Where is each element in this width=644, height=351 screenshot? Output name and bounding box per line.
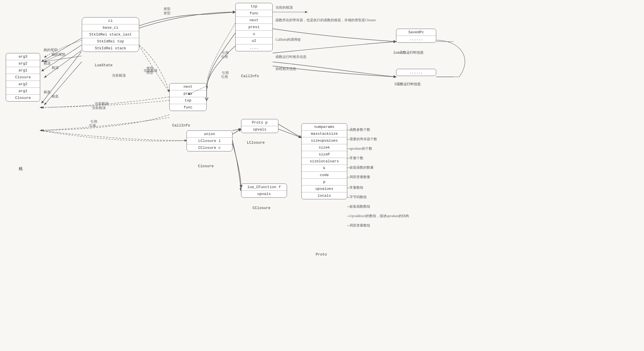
stack-field-arg2a: arg2	[6, 60, 40, 67]
svg-text:类型: 类型	[164, 7, 170, 11]
svg-text:类型: 类型	[146, 66, 153, 70]
ann-sizeupvalues: upvalues的个数	[350, 146, 372, 151]
proto-sizek: sizek	[302, 144, 347, 151]
svg-text:当前栈顶: 当前栈顶	[95, 102, 108, 106]
label-type2: 类型	[146, 70, 153, 75]
ann-maxstacksize: 需要的寄存器个数	[350, 137, 377, 142]
closure-union: union	[187, 131, 232, 138]
lua-runtime-box: SavedPc ......	[396, 29, 436, 43]
cclosure-func: lua_CFunction f	[241, 184, 287, 191]
lua-runtime-label: lua函数运行时信息	[393, 50, 424, 55]
closure-label: Closure	[198, 164, 214, 168]
ann-sizelocalvars: 局部变量数量	[350, 175, 370, 180]
ann-func-run: 函数运行时相关信息	[276, 54, 307, 59]
label-type1: 类型	[164, 11, 170, 16]
luastate-ci: ci	[82, 17, 139, 24]
callinfo-main-previ: previ	[236, 24, 272, 31]
svg-text:引用: 引用	[222, 71, 229, 75]
diagram: arg3 arg2 arg1 Closure arg2 arg1 Closure…	[0, 0, 644, 351]
label-current-top2: 当前栈顶	[92, 106, 106, 110]
ann-code: 字节码数组	[350, 195, 367, 200]
stack-field-closure1: Closure	[6, 74, 40, 81]
stack-field-closure2: Closure	[6, 95, 40, 101]
closure-box: union LClosure l CClosure c	[187, 130, 232, 151]
c-runtime-dots: ......	[396, 69, 436, 76]
cclosure-upvals: upvals	[241, 191, 287, 197]
svg-line-9	[42, 45, 82, 71]
svg-text:栈的尾部: 栈的尾部	[43, 48, 57, 52]
callinfo-cur-next: next	[170, 83, 206, 90]
callinfo-cur-func: func	[170, 104, 206, 111]
ann-upvalues: Upvaldescd的数组，描述upvalues的结构	[350, 214, 409, 219]
ann-sizep: 嵌套函数的数量	[350, 165, 374, 170]
proto-maxstacksize: maxstacksize	[302, 130, 347, 137]
stack-field-arg1a: arg1	[6, 67, 40, 74]
stack-field-arg1b: arg1	[6, 88, 40, 95]
lua-runtime-savedpc: SavedPc	[396, 29, 436, 36]
svg-text:栈底: 栈底	[43, 90, 51, 94]
callinfo-current-box: next prev top func	[169, 83, 207, 111]
ann-current-top: 当前的栈顶	[276, 5, 293, 10]
proto-sizeupvalues: sizeupvalues	[302, 137, 347, 144]
label-stack-bottom: 栈底	[52, 94, 59, 99]
lclosure-proto: Proto p	[241, 119, 278, 126]
closure-lclosure: LClosure l	[187, 138, 232, 145]
label-stack-tail: 栈的尾部	[52, 52, 65, 57]
closure-cclosure: CClosure c	[187, 145, 232, 151]
stack-field-arg3: arg3	[6, 53, 40, 60]
ann-k: 常量数组	[350, 185, 363, 190]
ann-sizek: 常量个数	[350, 156, 363, 161]
luastate-base-ci: base_ci	[82, 24, 139, 31]
callinfo-cur-prev: prev	[170, 90, 206, 97]
callinfo-main-top: top	[236, 3, 272, 10]
callinfo-current-label: CallInfo	[172, 123, 190, 128]
svg-text:引用: 引用	[90, 120, 97, 124]
callinfo-main-box: top func next previ u u2 ....	[235, 3, 273, 51]
luastate-label: LuaState	[95, 63, 112, 67]
ann-locals: 局部变量数组	[350, 223, 370, 228]
luastate-box: ci base_ci StkIdRel stack_last StkIdRel …	[82, 17, 139, 52]
label-ref1: 引用	[221, 54, 228, 59]
svg-line-2	[44, 62, 82, 105]
svg-line-8	[42, 38, 82, 62]
proto-box: numparams maxstacksize sizeupvalues size…	[301, 123, 347, 199]
svg-text:栈顶: 栈顶	[43, 61, 51, 65]
label-current-top1: 当前栈顶	[112, 73, 126, 78]
lclosure-box: Proto p upvals	[241, 119, 278, 133]
lclosure-label: LClosure	[247, 141, 265, 145]
ann-numparams: 函数参数个数	[350, 127, 370, 132]
svg-text:引用: 引用	[222, 51, 229, 55]
proto-sizelocalvars: sizelocalvars	[302, 158, 347, 165]
label-stack-top: 栈顶	[52, 65, 59, 70]
lua-runtime-dots: ......	[396, 36, 436, 42]
label-ref2: 引用	[221, 75, 228, 79]
proto-code: code	[302, 172, 347, 179]
callinfo-main-u: u	[236, 31, 272, 38]
ann-closure-desc: 函数所在的寄存器，也是执行的函数的栈底，存储的类型是Closure	[276, 18, 376, 23]
callinfo-main-label: CallInfo	[241, 74, 259, 78]
cclosure-box: lua_CFunction f upvals	[241, 184, 287, 198]
proto-p: p	[302, 179, 347, 186]
callinfo-main-u2: u2	[236, 38, 272, 44]
callinfo-main-next: next	[236, 17, 272, 24]
ann-p: 嵌套函数数组	[350, 204, 370, 209]
proto-upvalues: upvalues	[302, 186, 347, 192]
callinfo-main-func: func	[236, 10, 272, 17]
stack-field-arg2b: arg2	[6, 81, 40, 88]
cclosure-label: CClosure	[253, 206, 270, 210]
stack-box: arg3 arg2 arg1 Closure arg2 arg1 Closure	[6, 53, 40, 102]
svg-line-10	[42, 52, 82, 103]
proto-sizep: sizeP	[302, 151, 347, 158]
label-ref3: 引用	[89, 123, 96, 128]
ann-coroutine: 协程相关信息	[276, 67, 296, 71]
ann-callinfo-chain: CallInfo的调用链	[276, 37, 301, 42]
proto-locals: locals	[302, 192, 347, 199]
callinfo-cur-top: top	[170, 97, 206, 104]
luastate-top: StkIdRel top	[82, 38, 139, 45]
c-runtime-box: ......	[396, 69, 436, 76]
lclosure-upvals: upvals	[241, 126, 278, 133]
callinfo-main-dots: ....	[236, 44, 272, 51]
proto-label: Proto	[316, 252, 327, 257]
proto-numparams: numparams	[302, 124, 347, 130]
proto-k: k	[302, 165, 347, 172]
